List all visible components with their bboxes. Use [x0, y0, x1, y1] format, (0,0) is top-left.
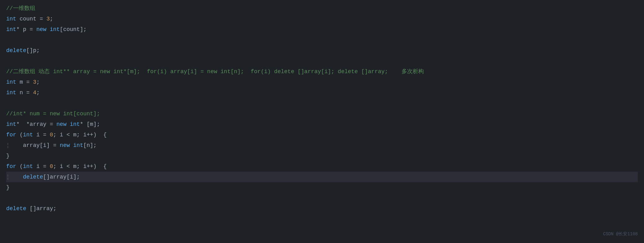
code-line-16: for (int i = 0; i < m; i++) { [6, 161, 638, 172]
code-line-10 [6, 98, 638, 108]
code-line-15: } [6, 151, 638, 161]
code-line-20: delete []array; [6, 203, 638, 214]
code-line-17: ¦ delete[]array[i]; [6, 172, 638, 182]
code-line-3: int* p = new int[count]; [6, 24, 638, 35]
code-line-12: int* *array = new int* [m]; [6, 119, 638, 130]
code-line-1: //一维数组 [6, 3, 638, 14]
code-line-2: int count = 3; [6, 14, 638, 24]
code-line-9: int n = 4; [6, 87, 638, 98]
watermark-label: CSDN @长安1108 [603, 229, 638, 239]
code-line-4 [6, 35, 638, 45]
code-line-7: //二维数组 动态 int** array = new int*[m]; for… [6, 66, 638, 77]
code-line-6 [6, 56, 638, 66]
code-line-18: } [6, 182, 638, 193]
code-line-8: int m = 3; [6, 77, 638, 87]
code-line-19 [6, 193, 638, 203]
code-line-11: //int* num = new int[count]; [6, 108, 638, 119]
code-line-5: delete[]p; [6, 45, 638, 56]
code-line-13: for (int i = 0; i < m; i++) { [6, 130, 638, 140]
code-line-14: ¦ array[i] = new int[n]; [6, 140, 638, 151]
code-editor: //一维数组 int count = 3; int* p = new int[c… [0, 0, 644, 243]
